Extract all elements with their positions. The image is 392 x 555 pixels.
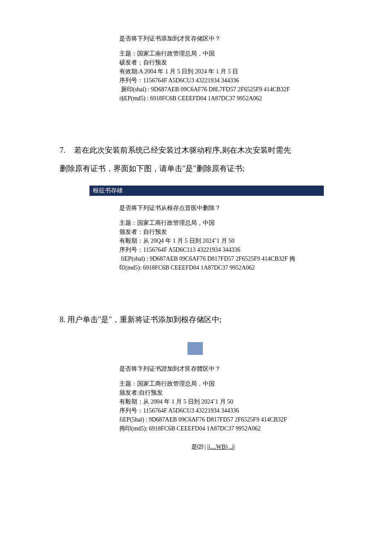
dialog-issuer: 颁发者：自行预发 bbox=[119, 227, 307, 236]
dialog-question: 是否将卞列证书證加到才艮存體区中？ bbox=[119, 364, 307, 373]
step-8-text: 8. 用户单击"是"，重新将证书添加到根存储区中; bbox=[60, 311, 332, 329]
dialog-md5: 拇印(md5): 6918FC6B CEEEFD04 1A87DC37 9952… bbox=[119, 424, 307, 433]
dialog-subject: 主题：国家工商行政管理总局，中国 bbox=[119, 379, 307, 388]
dialog-subject: 主题：国家工南行政管理总局，中国 bbox=[119, 49, 307, 58]
dialog-issuer: 颁发者:自行预发 bbox=[119, 388, 307, 397]
root-cert-store-titlebar: 根征书存雄 bbox=[89, 186, 324, 196]
dialog-validity: 有毅期：从 20Q4 年 1 月 5 日到 2024ˆ1 月 50 bbox=[119, 236, 307, 245]
dialog-md5: 印(md5): 6918FC6B CEEEFD04 1A87DC37 9952A… bbox=[119, 263, 307, 272]
step-7-line-1: 若在此次安装前系统己经安装过木驱动程序,则在木次安装时需先 bbox=[74, 146, 291, 154]
dialog-sha1: fiEP(shal) : 9D687AEB 09C6AF76 D817FD57 … bbox=[119, 254, 307, 263]
dialog-button-row: 是⑵ | |j....WB) ..j| bbox=[119, 442, 307, 451]
dialog-question: 是否将下列证书添加到才艮存储区中？ bbox=[119, 34, 307, 43]
dialog-serial: 序列号：1156764F A5D6C113 43221934 344336 bbox=[119, 245, 307, 254]
certificate-delete-dialog: 是否将下列证书从根存点音医中删除？ 主题：国家工商行政管理总局，中国 颁发者：自… bbox=[119, 203, 307, 272]
dialog-validity: 有效期:A 2004 年 1 月 5 日到 2024 年 1 月 5 日 bbox=[119, 67, 307, 76]
dialog-fragment-bar bbox=[187, 342, 203, 355]
yes-button[interactable]: 是⑵ | bbox=[191, 444, 208, 450]
dialog-validity: 有毅期：从 2004 年 1 月 5 日到 2024ˆ1 月 50 bbox=[119, 397, 307, 406]
certificate-add-dialog-1: 是否将下列证书添加到才艮存储区中？ 主题：国家工南行政管理总局，中国 硕发者；自… bbox=[119, 34, 307, 103]
dialog-md5: i§EP(md5) : 6918FC6B CEEEFD04 1A87DC37 9… bbox=[119, 94, 307, 103]
certificate-add-dialog-2: 是否将卞列证书證加到才艮存體区中？ 主题：国家工商行政管理总局，中国 颁发者:自… bbox=[119, 364, 307, 451]
no-button[interactable]: |j....WB) ..j| bbox=[207, 444, 235, 450]
step-7-line-2: 删除原有证书，界面如下图，请单击"是"删除原有证书; bbox=[60, 164, 245, 173]
step-7-text: 7.若在此次安装前系统己经安装过木驱动程序,则在木次安装时需先 删除原有证书，界… bbox=[60, 141, 332, 178]
dialog-sha1: 厕印(shal) : 9D687AEB 09C6AF76 D8L7FD57 2F… bbox=[119, 85, 307, 94]
step-7-number: 7. bbox=[60, 141, 74, 160]
step-8-number: 8. bbox=[60, 315, 66, 324]
dialog-subject: 主题：国家工商行政管理总局，中国 bbox=[119, 218, 307, 227]
dialog-issuer: 硕发者；自行预发 bbox=[119, 58, 307, 67]
dialog-sha1: fiEP(5hal) : 9D687AEB 09C6AF76 D817FD57 … bbox=[119, 415, 307, 424]
dialog-serial: 序列号：1156764F A5D6CU3 43221934 344336 bbox=[119, 406, 307, 415]
step-8-line: 用户单击"是"，重新将证书添加到根存储区中; bbox=[67, 315, 222, 324]
dialog-question: 是否将下列证书从根存点音医中删除？ bbox=[119, 203, 307, 212]
dialog-serial: 序列号：1156764F A5D6CU3 43221934 344336 bbox=[119, 76, 307, 85]
